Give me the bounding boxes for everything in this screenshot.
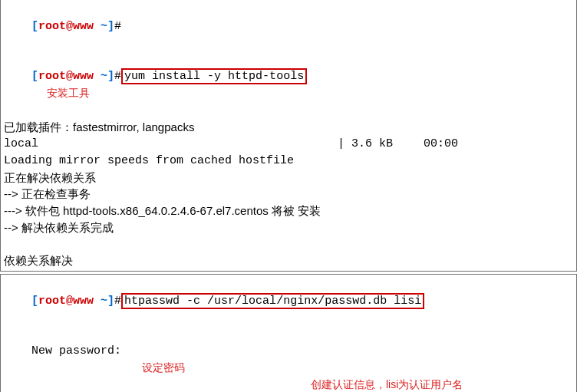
annotation-setpwd: 设定密码 bbox=[142, 360, 185, 375]
line: --> 正在检查事务 bbox=[4, 186, 573, 203]
line: Loading mirror speeds from cached hostfi… bbox=[4, 153, 573, 170]
line-cmd-htpasswd: [root@www ~]#htpasswd -c /usr/local/ngin… bbox=[4, 276, 573, 326]
terminal-section-2: [root@www ~]#htpasswd -c /usr/local/ngin… bbox=[0, 274, 577, 392]
line: 已加载插件：fastestmirror, langpacks bbox=[4, 119, 573, 136]
line: ---> 软件包 httpd-tools.x86_64.0.2.4.6-67.e… bbox=[4, 203, 573, 219]
annotation-install: 安装工具 bbox=[47, 87, 90, 99]
line: 依赖关系解决 bbox=[4, 252, 573, 269]
line: --> 解决依赖关系完成 bbox=[4, 219, 573, 236]
annotation-create: 创建认证信息，lisi为认证用户名 bbox=[311, 377, 463, 392]
line-cmd-yum: [root@www ~]#yum install -y httpd-tools … bbox=[4, 51, 573, 119]
line bbox=[4, 236, 573, 253]
line: New password: 设定密码 创建认证信息，lisi为认证用户名 bbox=[4, 326, 573, 392]
terminal-section-1: [root@www ~]# [root@www ~]#yum install -… bbox=[0, 0, 577, 272]
yum-command: yum install -y httpd-tools bbox=[121, 68, 307, 84]
line: [root@www ~]# bbox=[4, 2, 573, 51]
htpasswd-command: htpasswd -c /usr/local/nginx/passwd.db l… bbox=[121, 293, 424, 309]
line: 正在解决依赖关系 bbox=[4, 170, 573, 186]
line: local| 3.6 kB00:00 bbox=[4, 136, 573, 153]
